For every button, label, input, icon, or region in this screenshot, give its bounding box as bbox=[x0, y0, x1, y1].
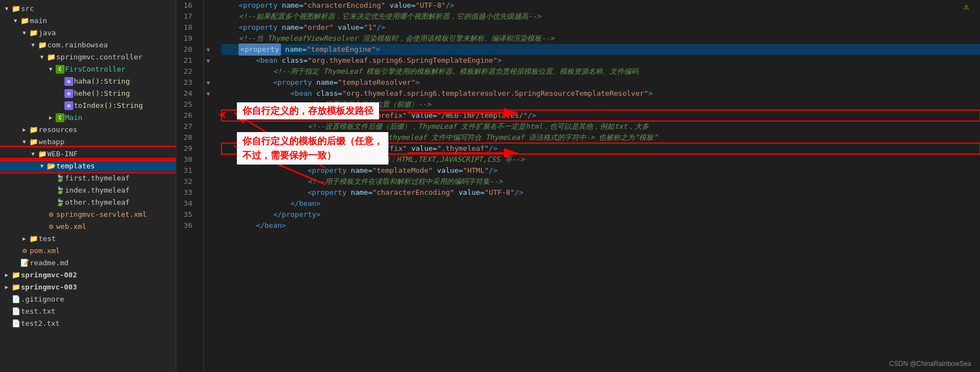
line-num-17: 17 bbox=[176, 11, 197, 22]
tree-label: src bbox=[21, 4, 176, 13]
tree-item-test2-txt[interactable]: 📄 test2.txt bbox=[0, 317, 176, 329]
tree-item-springmvc-002[interactable]: ▶ 📁 springmvc-002 bbox=[0, 269, 176, 281]
fold-icon[interactable] bbox=[204, 0, 213, 11]
code-line-36: </bean> bbox=[221, 220, 980, 231]
md-icon: 📝 bbox=[20, 259, 30, 267]
expand-arrow: ▼ bbox=[29, 42, 37, 48]
tree-item-springmvc-controller[interactable]: ▼ 📁 springmvc.controller bbox=[0, 51, 176, 63]
line-num-24: 24 bbox=[176, 88, 197, 99]
line-numbers: 16 17 18 19 20 21 22 23 24 25 26 27 28 2… bbox=[176, 0, 204, 372]
tree-item-resources[interactable]: ▶ 📁 resources bbox=[0, 123, 176, 135]
expand-arrow: ▼ bbox=[2, 6, 11, 12]
tree-item-src[interactable]: ▼ 📁 src bbox=[0, 2, 176, 14]
fold-icon[interactable] bbox=[204, 121, 213, 132]
tree-label: FirsController bbox=[65, 65, 176, 73]
tree-item-springmvc-servlet-xml[interactable]: ⚙ springmvc-servlet.xml bbox=[0, 208, 176, 220]
tree-item-WEB-INF[interactable]: ▼ 📁 WEB-INF bbox=[0, 147, 176, 160]
fold-icon[interactable] bbox=[204, 165, 213, 176]
fold-icon[interactable] bbox=[204, 198, 213, 209]
tree-label: first.thymeleaf bbox=[65, 174, 176, 182]
line-num-20: 20 bbox=[176, 44, 197, 55]
fold-icon[interactable] bbox=[204, 187, 213, 198]
code-line-27: <!--设置模板文件后缀（后缀），ThymeLeaf 文件扩展名不一定是html… bbox=[221, 121, 980, 132]
fold-icon[interactable]: ▼ bbox=[204, 44, 213, 55]
fold-icon[interactable] bbox=[204, 66, 213, 77]
tree-item-test[interactable]: ▶ 📁 test bbox=[0, 232, 176, 244]
expand-arrow: ▶ bbox=[2, 284, 11, 290]
fold-icon[interactable] bbox=[204, 154, 213, 165]
tree-item-webapp[interactable]: ▼ 📁 webapp bbox=[0, 135, 176, 147]
fold-icon[interactable] bbox=[204, 11, 213, 22]
tree-item-gitignore[interactable]: 📄 .gitignore bbox=[0, 293, 176, 305]
line-num-34: 34 bbox=[176, 198, 197, 209]
folder-icon: 📁 bbox=[37, 150, 47, 158]
fold-icon[interactable] bbox=[204, 33, 213, 44]
fold-icon[interactable] bbox=[204, 209, 213, 220]
expand-arrow: ▶ bbox=[46, 114, 55, 121]
tree-item-FirsController[interactable]: ▼ C FirsController bbox=[0, 63, 176, 75]
code-line-19: <!--当 ThymeleafViewResolver 渲染模板时，会使用该模板… bbox=[221, 33, 980, 44]
tree-item-pom-xml[interactable]: ⚙ pom.xml bbox=[0, 244, 176, 256]
tree-item-test-txt[interactable]: 📄 test.txt bbox=[0, 305, 176, 317]
code-lines: <property name="characterEncoding" value… bbox=[213, 0, 980, 372]
code-line-21: <bean class="org.thymeleaf.spring6.Sprin… bbox=[221, 55, 980, 66]
tree-label: readme.md bbox=[30, 259, 176, 267]
tree-item-main[interactable]: ▼ 📁 main bbox=[0, 14, 176, 26]
tree-label: test.txt bbox=[21, 307, 176, 315]
fold-icon[interactable]: ▼ bbox=[204, 55, 213, 66]
fold-icon[interactable] bbox=[204, 110, 213, 121]
expand-arrow: ▼ bbox=[29, 151, 37, 157]
txt-icon: 📄 bbox=[11, 319, 21, 327]
folder-icon: 📁 bbox=[29, 29, 39, 37]
fold-icon[interactable] bbox=[204, 143, 213, 154]
tree-item-springmvc-003[interactable]: ▶ 📁 springmvc-003 bbox=[0, 281, 176, 293]
tree-item-web-xml[interactable]: ⚙ web.xml bbox=[0, 220, 176, 232]
tree-label: hehe():String bbox=[74, 89, 176, 97]
code-line-20: <property name="templateEngine"> bbox=[221, 44, 980, 55]
tree-label: index.thymeleaf bbox=[65, 186, 176, 194]
tree-item-readme-md[interactable]: 📝 readme.md bbox=[0, 256, 176, 269]
file-tree[interactable]: ▼ 📁 src ▼ 📁 main ▼ 📁 java ▼ 📁 com.rainbo… bbox=[0, 0, 176, 372]
fold-icon[interactable] bbox=[204, 220, 213, 231]
txt-icon: 📄 bbox=[11, 307, 21, 315]
tree-item-com-rainbowsea[interactable]: ▼ 📁 com.rainbowsea bbox=[0, 39, 176, 51]
tree-item-templates[interactable]: ▼ 📂 templates bbox=[0, 160, 176, 172]
tree-item-haha[interactable]: m haha():String bbox=[0, 75, 176, 87]
code-line-26: <property name="prefix" value="/WEB-INF/… bbox=[221, 110, 980, 121]
code-line-24: <bean class="org.thymeleaf.spring6.templ… bbox=[221, 88, 980, 99]
fold-gutter: ▼ ▼ ▼ ▼ bbox=[204, 0, 213, 372]
fold-icon[interactable]: ▼ bbox=[204, 77, 213, 88]
tree-item-first-thymeleaf[interactable]: 🍃 first.thymeleaf bbox=[0, 172, 176, 184]
tree-item-Main[interactable]: ▶ C Main bbox=[0, 111, 176, 123]
tree-label: pom.xml bbox=[30, 247, 176, 255]
fold-icon[interactable] bbox=[204, 99, 213, 110]
fold-icon[interactable] bbox=[204, 132, 213, 143]
tree-item-toIndex[interactable]: m toIndex():String bbox=[0, 99, 176, 111]
expand-arrow: ▼ bbox=[11, 18, 20, 24]
tree-item-other-thymeleaf[interactable]: 🍃 other.thymeleaf bbox=[0, 196, 176, 208]
folder-icon: 📁 bbox=[11, 4, 21, 13]
code-line-35: </property> bbox=[221, 209, 980, 220]
code-editor: 16 17 18 19 20 21 22 23 24 25 26 27 28 2… bbox=[176, 0, 980, 372]
expand-arrow: ▼ bbox=[46, 66, 55, 72]
tree-label: haha():String bbox=[74, 77, 176, 85]
expand-arrow: ▼ bbox=[37, 163, 46, 169]
tree-item-java[interactable]: ▼ 📁 java bbox=[0, 26, 176, 39]
code-line-28: <!-- 将来要在 xxx.thymeleaf 文件中编写符合 ThymeLea… bbox=[221, 132, 980, 143]
folder-icon: 📁 bbox=[37, 41, 47, 49]
tree-label: test bbox=[39, 234, 176, 243]
tree-label: springmvc.controller bbox=[56, 53, 176, 61]
fold-icon[interactable] bbox=[204, 176, 213, 187]
warning-icon: ⚠ bbox=[963, 1, 969, 12]
thymeleaf-icon: 🍃 bbox=[55, 186, 65, 194]
expand-arrow: ▼ bbox=[20, 139, 29, 145]
tree-item-hehe[interactable]: m hehe():String bbox=[0, 87, 176, 99]
fold-icon[interactable]: ▼ bbox=[204, 88, 213, 99]
line-num-23: 23 bbox=[176, 77, 197, 88]
expand-arrow: ▶ bbox=[20, 127, 29, 133]
tree-item-index-thymeleaf[interactable]: 🍃 index.thymeleaf bbox=[0, 184, 176, 196]
folder-icon: 📁 bbox=[20, 17, 30, 25]
fold-icon[interactable] bbox=[204, 22, 213, 33]
xml-icon: ⚙ bbox=[46, 210, 56, 218]
method-icon: m bbox=[64, 101, 74, 110]
